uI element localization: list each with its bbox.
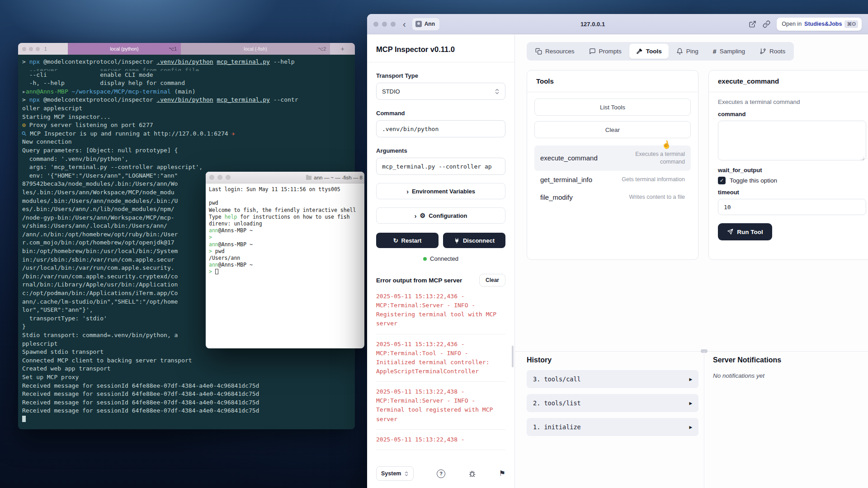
restart-button[interactable]: ↻ Restart: [376, 233, 439, 248]
terminal-line: ⚙ Proxy server listening on port 6277: [22, 121, 351, 130]
terminal-line: ⚲ MCP Inspector is up and running at htt…: [22, 130, 351, 138]
list-tools-button[interactable]: List Tools: [534, 99, 691, 116]
terminal-line: Spawned stdio transport: [22, 348, 351, 357]
tool-row-get-terminal-info[interactable]: get_terminal_info Gets terminal informat…: [534, 171, 691, 188]
tab-sampling[interactable]: # Sampling: [706, 44, 752, 59]
open-in-app-button[interactable]: Open in Studies&Jobs ⌘O: [777, 18, 862, 31]
tab-ping[interactable]: Ping: [670, 44, 705, 59]
arguments-label: Arguments: [376, 147, 505, 154]
tool-row-file-modify[interactable]: file_modify Writes content to a file: [534, 188, 691, 206]
fish-terminal-output[interactable]: Last login: Sun May 11 15:11:56 on ttys0…: [206, 183, 364, 278]
theme-select[interactable]: System: [376, 466, 414, 481]
new-tab-button[interactable]: +: [330, 43, 355, 55]
profile-tab[interactable]: Ann: [412, 18, 439, 30]
close-icon[interactable]: [373, 22, 378, 27]
divider: [367, 62, 514, 62]
flag-button[interactable]: ⚑: [499, 470, 505, 477]
terminal-line: ann@Anns-MBP ~: [209, 241, 361, 248]
arguments-input[interactable]: mcp_terminal.py --controller ap: [376, 158, 505, 175]
resources-icon: [535, 48, 542, 55]
command-textarea[interactable]: [718, 121, 866, 160]
hash-icon: #: [713, 48, 717, 55]
tools-panel-header: Tools: [527, 70, 698, 92]
terminal-line: > npx @modelcontextprotocol/inspector .v…: [22, 96, 351, 104]
minimize-icon[interactable]: [217, 175, 222, 180]
close-icon[interactable]: [209, 175, 214, 180]
terminal-line: -h, --help display help for command: [22, 79, 351, 88]
tab-prompts[interactable]: Prompts: [582, 44, 628, 59]
terminal-line: Received message for sessionId 64fe88ee-…: [22, 407, 351, 415]
zoom-icon[interactable]: [391, 22, 396, 27]
terminal-line: Set up MCP proxy: [22, 373, 351, 382]
terminal-line: ann@Anns-MBP ~: [209, 262, 361, 268]
status-text: Connected: [430, 255, 458, 262]
environment-variables-button[interactable]: › Environment Variables: [376, 183, 505, 199]
profile-name: Ann: [425, 21, 435, 27]
browser-window: ‹ Ann 127.0.0.1 Open in Studies&Jobs ⌘O …: [367, 14, 868, 488]
command-input[interactable]: .venv/bin/python: [376, 120, 505, 137]
iterm-window-controls[interactable]: 1: [18, 43, 68, 55]
close-icon[interactable]: [22, 47, 26, 51]
open-external-icon[interactable]: [749, 20, 756, 28]
tools-hammer-icon: [636, 48, 643, 55]
sidebar: MCP Inspector v0.11.0 Transport Type STD…: [367, 34, 515, 488]
sidebar-scrollbar[interactable]: [512, 346, 514, 367]
terminal-line: Connected MCP client to backing server t…: [22, 357, 351, 365]
shortcut-badge: ⌘O: [844, 20, 858, 28]
tool-row-execute-command[interactable]: execute_command Executes a terminal comm…: [534, 145, 691, 171]
plus-icon: +: [340, 45, 344, 52]
bell-icon: [676, 48, 683, 55]
tab-resources[interactable]: Resources: [528, 44, 581, 59]
tab-local-python[interactable]: local (python) ⌥1: [68, 43, 181, 55]
tool-description: Executes a terminal command: [718, 99, 866, 105]
main-content: Resources Prompts Tools Ping # Sampling: [515, 34, 868, 488]
minimize-icon[interactable]: [29, 47, 33, 51]
terminal-line: New connection: [22, 138, 351, 146]
zoom-icon[interactable]: [226, 175, 231, 180]
transport-type-select[interactable]: STDIO: [376, 83, 505, 100]
bug-report-button[interactable]: [468, 470, 476, 478]
timeout-input[interactable]: 10: [718, 199, 866, 215]
history-item-initialize[interactable]: 1. initialize ▶: [527, 418, 698, 436]
terminal-line: Created web app transport: [22, 365, 351, 373]
prompts-icon: [589, 48, 596, 55]
history-item-tools-call[interactable]: 3. tools/call ▶: [527, 370, 698, 388]
history-item-tools-list[interactable]: 2. tools/list ▶: [527, 394, 698, 412]
terminal-line: Welcome to fish, the friendly interactiv…: [209, 207, 361, 214]
terminal-line: command: '.venv/bin/python',: [22, 155, 351, 164]
run-tool-button[interactable]: Run Tool: [718, 223, 772, 240]
disconnect-button[interactable]: Disconnect: [443, 233, 505, 248]
error-log-entry: 2025-05-11 15:13:22,438 - MCP:Terminal:S…: [376, 382, 505, 430]
minimize-icon[interactable]: [382, 22, 387, 27]
select-chevrons-icon: [404, 471, 409, 477]
tools-panel: Tools List Tools Clear execute_command E…: [527, 70, 698, 260]
command-field-label: command: [718, 111, 866, 117]
copy-link-icon[interactable]: [763, 20, 770, 28]
fish-window-title: ann — ~ — -fish — 8: [306, 172, 363, 183]
chevron-right-icon: ›: [406, 188, 409, 195]
browser-window-controls[interactable]: [373, 22, 396, 27]
back-button[interactable]: ‹: [403, 19, 406, 28]
timeout-label: timeout: [718, 189, 866, 196]
fish-window-controls[interactable]: [209, 175, 231, 180]
command-label: Command: [376, 110, 505, 117]
clear-tools-button[interactable]: Clear: [534, 121, 691, 138]
tab-local-fish[interactable]: local (-fish) ⌥2: [181, 43, 330, 55]
zoom-icon[interactable]: [36, 47, 40, 51]
wait-for-output-checkbox[interactable]: ✓: [718, 177, 726, 184]
clear-errors-button[interactable]: Clear: [479, 274, 505, 286]
terminal-line: [209, 193, 361, 200]
iterm-tabbar: 1 local (python) ⌥1 local (-fish) ⌥2 +: [18, 43, 355, 55]
help-button[interactable]: ?: [437, 469, 445, 478]
tab-roots[interactable]: Roots: [753, 44, 792, 59]
configuration-button[interactable]: › ⚙ Configuration: [376, 207, 505, 224]
history-header: History: [527, 356, 698, 364]
terminal-line: oller applescript: [22, 104, 351, 113]
error-log-entry: 2025-05-11 15:13:22,438 -: [376, 430, 505, 450]
tab-tools[interactable]: Tools: [629, 44, 669, 59]
app-name: Studies&Jobs: [804, 21, 842, 27]
terminal-line: Received message for sessionId 64fe88ee-…: [22, 382, 351, 390]
fish-titlebar[interactable]: ann — ~ — -fish — 8: [206, 172, 364, 183]
restart-icon: ↻: [393, 237, 398, 244]
terminal-line: >: [209, 268, 361, 275]
